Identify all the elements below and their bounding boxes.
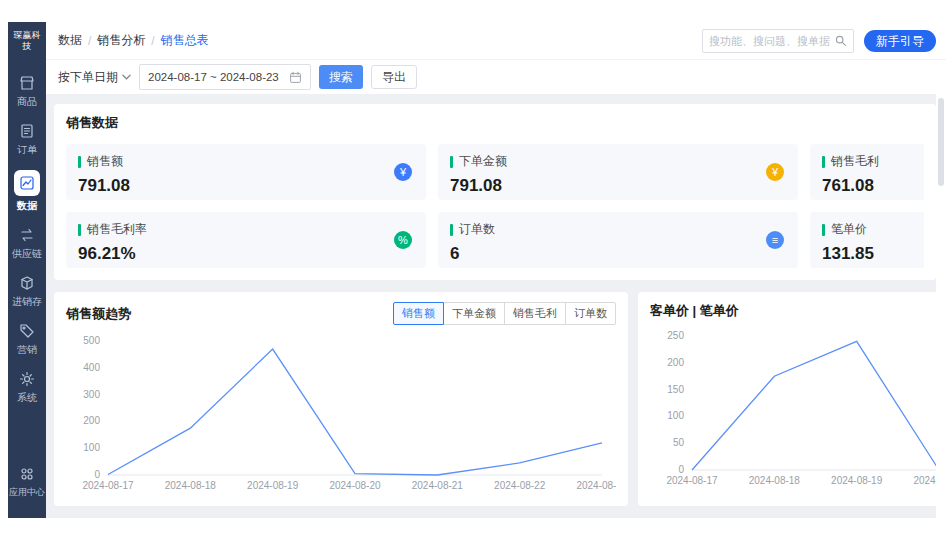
chevron-down-icon: [122, 74, 131, 80]
avg-price-title: 客单价 | 笔单价: [650, 302, 739, 320]
vertical-scrollbar[interactable]: [936, 94, 946, 518]
app-frame: 琛赢科技 商品 订单 数据 供应链: [8, 22, 946, 518]
avg-price-chart: 0501001502002502024-08-172024-08-182024-…: [650, 326, 946, 492]
stat-tile-order-amount: 下单金额 791.08 ¥: [438, 144, 798, 200]
svg-text:500: 500: [83, 335, 100, 346]
stat-label: 销售毛利: [831, 153, 879, 170]
svg-text:50: 50: [673, 437, 685, 448]
stat-value: 791.08: [78, 176, 414, 196]
accent-bar: [822, 224, 825, 236]
sales-data-title: 销售数据: [66, 114, 924, 132]
svg-text:2024-08-17: 2024-08-17: [82, 480, 134, 491]
breadcrumb-sales-analysis[interactable]: 销售分析: [97, 32, 145, 49]
topbar: 数据 / 销售分析 / 销售总表 新手引导: [46, 22, 946, 60]
app-logo: 琛赢科技: [10, 30, 44, 52]
sidebar-item-label: 商品: [17, 95, 37, 109]
sidebar-item-label: 应用中心: [9, 486, 45, 499]
tab-gross-profit[interactable]: 销售毛利: [504, 302, 566, 325]
breadcrumb-separator: /: [151, 34, 154, 48]
svg-text:2024-08-22: 2024-08-22: [494, 480, 546, 491]
stat-value: 96.21%: [78, 244, 414, 264]
sidebar-item-app-center[interactable]: 应用中心: [8, 459, 46, 506]
sidebar-item-marketing[interactable]: 营销: [8, 316, 46, 364]
date-type-label: 按下单日期: [58, 69, 118, 86]
stat-tile-avg-order-value: 笔单价 131.85: [810, 212, 924, 268]
goods-icon: [18, 74, 36, 92]
stat-label: 笔单价: [831, 221, 867, 238]
stat-value: 761.08: [822, 176, 924, 196]
search-button[interactable]: 搜索: [319, 65, 363, 89]
breadcrumb: 数据 / 销售分析 / 销售总表: [58, 32, 209, 49]
sales-trend-title: 销售额趋势: [66, 305, 131, 323]
stat-value: 6: [450, 244, 786, 264]
tab-order-count[interactable]: 订单数: [565, 302, 616, 325]
svg-text:100: 100: [667, 410, 684, 421]
svg-text:0: 0: [94, 469, 100, 480]
accent-bar: [822, 156, 825, 168]
breadcrumb-data[interactable]: 数据: [58, 32, 82, 49]
accent-bar: [78, 156, 81, 168]
sidebar-item-orders[interactable]: 订单: [8, 116, 46, 164]
stat-label: 销售毛利率: [87, 221, 147, 238]
tab-sales-amount[interactable]: 销售额: [393, 302, 444, 325]
export-button[interactable]: 导出: [371, 65, 417, 89]
sales-data-card: 销售数据 销售额 791.08 ¥ 下单金额 791.08 ¥: [54, 104, 936, 280]
onboarding-button[interactable]: 新手引导: [864, 30, 936, 52]
stat-value: 791.08: [450, 176, 786, 196]
svg-text:200: 200: [83, 415, 100, 426]
inventory-icon: [18, 274, 36, 292]
supply-chain-icon: [18, 226, 36, 244]
date-range-input[interactable]: [148, 71, 289, 83]
sidebar-item-label: 供应链: [12, 247, 42, 261]
sidebar-item-label: 系统: [17, 391, 37, 405]
sidebar-item-system[interactable]: 系统: [8, 364, 46, 412]
sidebar-item-label: 数据: [17, 199, 37, 213]
sidebar-item-supply-chain[interactable]: 供应链: [8, 220, 46, 268]
stat-tile-gross-margin: 销售毛利率 96.21% %: [66, 212, 426, 268]
filter-bar: 按下单日期 搜索 导出: [46, 60, 946, 94]
tab-order-amount[interactable]: 下单金额: [443, 302, 505, 325]
breadcrumb-separator: /: [88, 34, 91, 48]
stat-label: 下单金额: [459, 153, 507, 170]
sidebar-item-inventory[interactable]: 进销存: [8, 268, 46, 316]
svg-text:200: 200: [667, 357, 684, 368]
gear-icon: [18, 370, 36, 388]
global-search: [702, 29, 854, 53]
main-content: 销售数据 销售额 791.08 ¥ 下单金额 791.08 ¥: [46, 94, 946, 518]
svg-text:300: 300: [83, 389, 100, 400]
search-input[interactable]: [709, 35, 834, 47]
orders-icon: [18, 122, 36, 140]
order-icon: ≡: [766, 231, 784, 249]
svg-text:150: 150: [667, 384, 684, 395]
svg-text:0: 0: [678, 464, 684, 475]
marketing-icon: [18, 322, 36, 340]
svg-text:100: 100: [83, 442, 100, 453]
coin-icon: ¥: [766, 163, 784, 181]
accent-bar: [78, 224, 81, 236]
stat-tile-gross-profit: 销售毛利 761.08: [810, 144, 924, 200]
svg-text:2024-08-21: 2024-08-21: [412, 480, 464, 491]
sidebar-item-data[interactable]: 数据: [8, 164, 46, 220]
svg-text:2024-08-20: 2024-08-20: [329, 480, 381, 491]
calendar-icon: [289, 71, 302, 84]
sales-trend-card: 销售额趋势 销售额 下单金额 销售毛利 订单数 0100200300400500…: [54, 292, 628, 506]
sidebar-item-goods[interactable]: 商品: [8, 68, 46, 116]
svg-text:2024-08-23: 2024-08-23: [576, 480, 616, 491]
stat-tile-sales-amount: 销售额 791.08 ¥: [66, 144, 426, 200]
sidebar-item-label: 营销: [17, 343, 37, 357]
stat-tile-grid: 销售额 791.08 ¥ 下单金额 791.08 ¥ 销售毛利 761.08: [66, 144, 924, 268]
date-type-select[interactable]: 按下单日期: [58, 69, 131, 86]
percent-icon: %: [394, 231, 412, 249]
trend-metric-tabs: 销售额 下单金额 销售毛利 订单数: [393, 302, 616, 325]
accent-bar: [450, 224, 453, 236]
stat-label: 订单数: [459, 221, 495, 238]
accent-bar: [450, 156, 453, 168]
svg-text:2024-08-18: 2024-08-18: [165, 480, 217, 491]
scrollbar-thumb[interactable]: [938, 98, 944, 186]
data-chart-icon: [14, 170, 40, 196]
stat-label: 销售额: [87, 153, 123, 170]
breadcrumb-sales-summary: 销售总表: [161, 32, 209, 49]
svg-text:2024-08-17: 2024-08-17: [666, 475, 718, 486]
svg-text:2024-08-19: 2024-08-19: [247, 480, 299, 491]
sales-trend-chart: 01002003004005002024-08-172024-08-182024…: [66, 331, 616, 497]
